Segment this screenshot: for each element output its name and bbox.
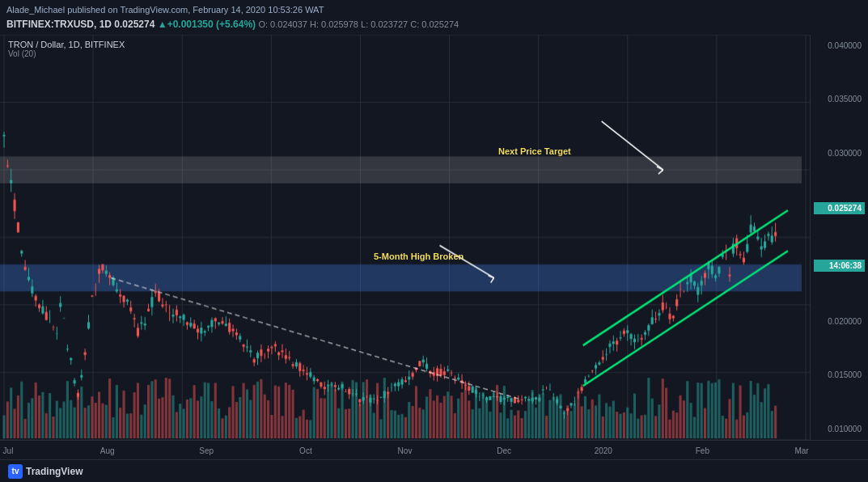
price-label-0020: 0.020000 bbox=[814, 317, 865, 326]
price-label-time: 14:06:38 bbox=[814, 260, 865, 272]
footer-logo-text: TradingView bbox=[26, 466, 83, 477]
current-price-badge: 0.025274 bbox=[814, 202, 865, 214]
price-label-0040: 0.040000 bbox=[814, 41, 865, 50]
header: Alade_Michael published on TradingView.c… bbox=[0, 0, 868, 35]
chart-area[interactable]: TRON / Dollar, 1D, BITFINEX Vol (20) Nex… bbox=[0, 35, 810, 441]
price-label-0035: 0.035000 bbox=[814, 95, 865, 104]
tradingview-logo: tv TradingView bbox=[8, 464, 83, 479]
price-label-0015: 0.015000 bbox=[814, 370, 865, 379]
chart-canvas bbox=[0, 35, 810, 441]
price-axis: 0.040000 0.035000 0.030000 0.025274 14:0… bbox=[810, 35, 868, 441]
footer: tv TradingView bbox=[0, 459, 868, 482]
tv-icon: tv bbox=[8, 464, 23, 479]
ticker-line: BITFINEX:TRXUSD, 1D 0.025274 ▲+0.001350 … bbox=[6, 17, 862, 32]
time-axis-canvas bbox=[0, 441, 810, 460]
app: Alade_Michael published on TradingView.c… bbox=[0, 0, 868, 482]
chart-container: TRON / Dollar, 1D, BITFINEX Vol (20) Nex… bbox=[0, 35, 868, 441]
ohlc-values: O: 0.024037 H: 0.025978 L: 0.023727 C: 0… bbox=[258, 19, 459, 29]
time-axis bbox=[0, 440, 868, 459]
price-label-0010: 0.010000 bbox=[814, 425, 865, 433]
author-line: Alade_Michael published on TradingView.c… bbox=[6, 3, 862, 17]
price-change: ▲+0.001350 (+5.64%) bbox=[158, 19, 256, 30]
price-label-0030: 0.030000 bbox=[814, 149, 865, 158]
ticker-symbol: BITFINEX:TRXUSD, 1D 0.025274 bbox=[6, 19, 155, 30]
